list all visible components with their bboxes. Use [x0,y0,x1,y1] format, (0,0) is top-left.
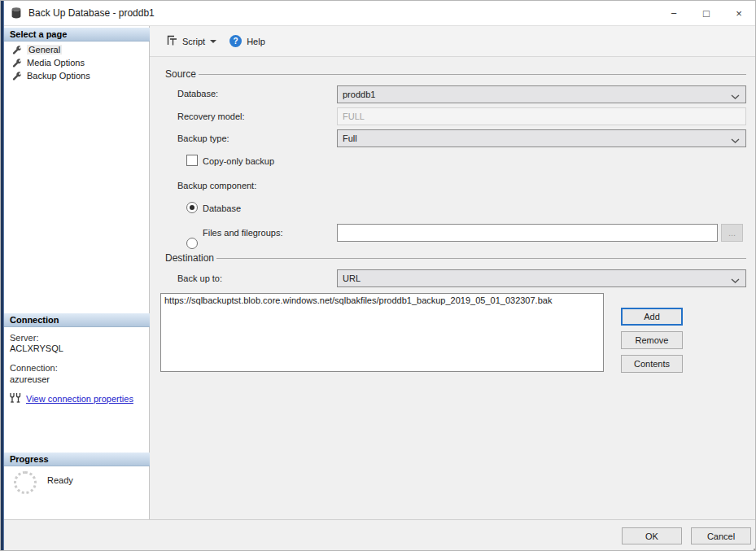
backup-url-item[interactable]: https://sqlbackuptst.blob.core.windows.n… [164,295,600,305]
progress-spinner-icon [14,471,37,494]
recovery-model-label: Recovery model: [177,112,245,121]
recovery-model-field: FULL [337,107,746,125]
connection-label: Connection: [10,363,58,373]
cancel-button[interactable]: Cancel [691,527,751,544]
server-label: Server: [10,333,38,343]
database-selected-value: proddb1 [343,90,375,99]
connection-properties-icon [9,392,22,405]
backup-type-select[interactable]: Full [337,129,746,147]
chevron-down-icon [731,92,740,102]
files-and-filegroups-field[interactable] [337,224,718,242]
back-up-to-selected-value: URL [343,273,361,283]
destination-group-label: Destination [163,252,216,264]
view-connection-properties-link[interactable]: View connection properties [26,394,133,404]
view-connection-properties-row: View connection properties [9,392,133,405]
script-label: Script [182,37,205,46]
window-controls: − □ × [658,1,755,26]
wrench-icon [12,58,22,68]
destination-group-line [163,258,746,259]
backup-destinations-listbox[interactable]: https://sqlbackuptst.blob.core.windows.n… [160,293,604,372]
add-button[interactable]: Add [621,308,683,326]
database-radio-label[interactable]: Database [203,203,241,213]
help-label: Help [247,37,265,46]
files-and-filegroups-radio[interactable] [186,238,198,249]
progress-status: Ready [47,475,73,485]
connection-header: Connection [4,313,150,327]
backup-type-label: Backup type: [177,133,229,143]
database-label: Database: [177,89,218,98]
sidebar-panel [4,26,150,519]
wrench-icon [12,71,22,81]
sidebar-item-general[interactable]: General [7,43,146,56]
wrench-icon [12,45,22,55]
database-radio[interactable] [186,202,198,213]
chevron-down-icon [731,136,740,146]
sidebar-item-label: Media Options [27,58,85,68]
close-button[interactable]: × [723,1,755,26]
sidebar-item-backup-options[interactable]: Backup Options [7,69,146,82]
help-button[interactable]: ? Help [225,32,270,50]
source-group-label: Source [163,68,199,80]
connection-value: azureuser [10,374,50,384]
progress-header: Progress [4,453,150,466]
back-up-to-label: Back up to: [177,273,222,283]
script-icon [166,35,177,48]
copy-only-backup-label[interactable]: Copy-only backup [203,156,274,166]
remove-button[interactable]: Remove [621,331,683,349]
files-and-filegroups-label[interactable]: Files and filegroups: [203,228,282,238]
backup-database-dialog: Back Up Database - proddb1 − □ × Script … [0,0,756,551]
server-value: ACLXRYSQL [10,343,63,353]
sidebar-item-label: General [27,45,62,55]
dialog-toolbar: Script ? Help [150,26,756,57]
resize-grip[interactable] [750,545,752,547]
chevron-down-icon [731,276,740,286]
sidebar-item-media-options[interactable]: Media Options [7,56,146,69]
copy-only-backup-checkbox[interactable] [186,155,198,166]
back-up-to-select[interactable]: URL [337,269,746,287]
backup-type-selected-value: Full [343,133,357,143]
window-title: Back Up Database - proddb1 [28,1,155,26]
ok-button[interactable]: OK [622,527,682,544]
script-button[interactable]: Script [161,32,221,51]
help-icon: ? [229,35,242,47]
browse-button: ... [721,224,743,242]
maximize-button[interactable]: □ [690,1,723,26]
database-icon [10,7,23,21]
database-select[interactable]: proddb1 [337,85,746,103]
chevron-down-icon [210,40,216,46]
source-group-line [163,74,746,75]
backup-component-label: Backup component: [177,181,256,190]
select-a-page-header: Select a page [4,28,150,42]
minimize-button[interactable]: − [658,1,690,26]
sidebar-item-label: Backup Options [27,71,90,81]
contents-button[interactable]: Contents [621,355,683,373]
